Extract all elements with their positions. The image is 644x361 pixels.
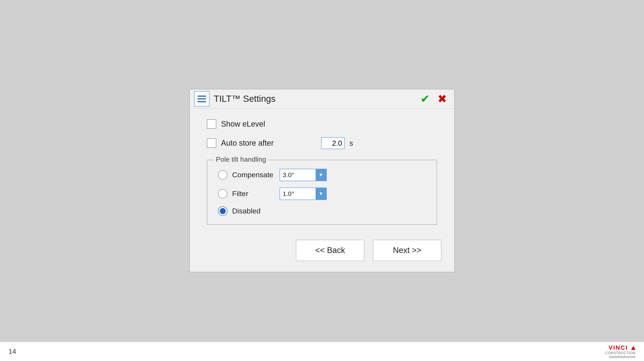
chevron-down-icon: ▼ xyxy=(318,172,323,178)
filter-dropdown[interactable]: 1.0° ▼ xyxy=(280,188,327,200)
radio-group: Compensate 3.0° ▼ Filter 1.0 xyxy=(218,169,426,216)
dialog-window: TILT™ Settings ✔ ✖ Show eLevel Auto xyxy=(189,89,455,272)
disabled-row: Disabled xyxy=(218,206,426,216)
show-elevel-row: Show eLevel xyxy=(207,119,437,129)
dialog-header: TILT™ Settings ✔ ✖ xyxy=(190,89,454,109)
pole-tilt-fieldset: Pole tilt handling Compensate 3.0° ▼ xyxy=(207,160,437,225)
pole-tilt-legend: Pole tilt handling xyxy=(214,155,268,163)
vinci-brand-name: VINCI xyxy=(609,344,636,351)
chevron-down-icon-2: ▼ xyxy=(318,191,323,197)
hamburger-menu-button[interactable] xyxy=(194,91,210,106)
radio-selected-dot xyxy=(220,208,226,214)
filter-radio[interactable] xyxy=(218,189,228,198)
vinci-construction-label: CONSTRUCTION xyxy=(605,351,636,355)
hamburger-line-2 xyxy=(198,98,206,99)
filter-row: Filter 1.0° ▼ xyxy=(218,188,426,200)
header-action-buttons: ✔ ✖ xyxy=(418,91,450,106)
bottom-bar: 14 VINCI CONSTRUCTION GeoInfrastructure xyxy=(0,342,644,361)
compensate-radio[interactable] xyxy=(218,170,228,180)
auto-store-label: Auto store after xyxy=(221,139,274,148)
dialog-title: TILT™ Settings xyxy=(214,94,276,104)
show-elevel-checkbox[interactable] xyxy=(207,119,216,129)
vinci-triangle-icon xyxy=(631,346,636,350)
show-elevel-label: Show eLevel xyxy=(221,120,265,128)
header-left: TILT™ Settings xyxy=(194,91,276,106)
compensate-label: Compensate xyxy=(232,171,275,179)
back-button[interactable]: << Back xyxy=(296,240,364,261)
auto-store-checkbox[interactable] xyxy=(207,138,216,148)
close-button[interactable]: ✖ xyxy=(434,91,450,106)
next-button[interactable]: Next >> xyxy=(373,240,442,261)
hamburger-line-3 xyxy=(198,101,206,102)
auto-store-input[interactable] xyxy=(321,137,345,149)
compensate-row: Compensate 3.0° ▼ xyxy=(218,169,426,181)
filter-label: Filter xyxy=(232,189,275,198)
dialog-footer: << Back Next >> xyxy=(190,236,454,272)
compensate-dropdown-arrow[interactable]: ▼ xyxy=(316,169,326,181)
auto-store-row: Auto store after s xyxy=(207,137,437,149)
check-icon: ✔ xyxy=(420,92,430,105)
hamburger-line-1 xyxy=(198,96,206,97)
confirm-button[interactable]: ✔ xyxy=(418,91,433,106)
filter-dropdown-arrow[interactable]: ▼ xyxy=(316,188,326,200)
vinci-logo: VINCI CONSTRUCTION GeoInfrastructure xyxy=(605,344,636,359)
filter-dropdown-value: 1.0° xyxy=(280,190,316,197)
dialog-content: Show eLevel Auto store after s Pole tilt… xyxy=(190,109,454,236)
page-background: TILT™ Settings ✔ ✖ Show eLevel Auto xyxy=(0,0,644,361)
compensate-dropdown[interactable]: 3.0° ▼ xyxy=(280,169,327,181)
compensate-dropdown-value: 3.0° xyxy=(280,171,316,179)
page-number: 14 xyxy=(8,348,16,356)
vinci-geo-label: GeoInfrastructure xyxy=(609,355,636,359)
close-icon: ✖ xyxy=(438,92,447,105)
auto-store-unit: s xyxy=(350,139,353,147)
disabled-radio[interactable] xyxy=(218,206,228,216)
disabled-label: Disabled xyxy=(232,207,275,215)
